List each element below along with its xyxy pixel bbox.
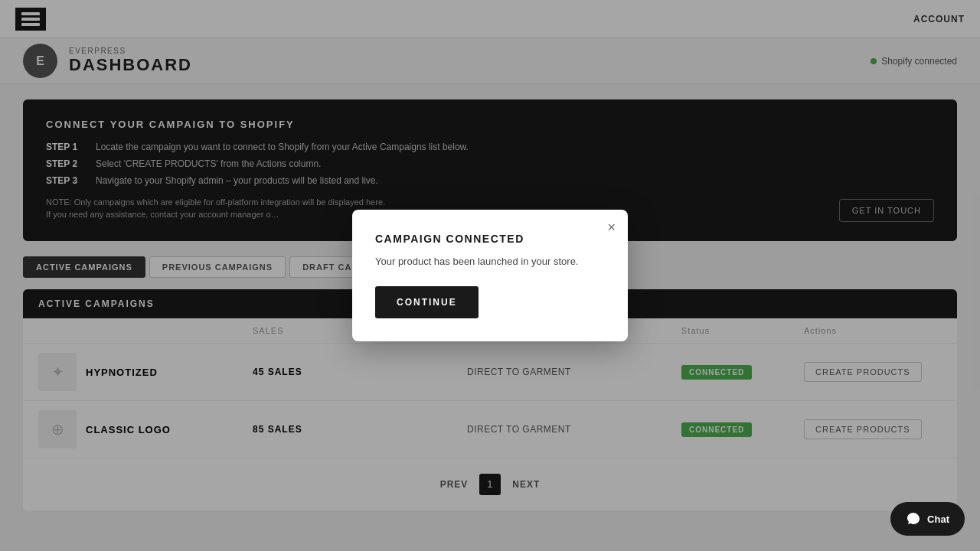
- modal-close-button[interactable]: ×: [607, 220, 616, 234]
- chat-button[interactable]: Chat: [890, 502, 965, 536]
- chat-icon: [906, 511, 921, 527]
- modal-text: Your product has been launched in your s…: [375, 256, 605, 267]
- modal-overlay: × CAMPAIGN CONNECTED Your product has be…: [0, 0, 980, 551]
- modal-continue-button[interactable]: CONTINUE: [375, 286, 479, 318]
- modal-title: CAMPAIGN CONNECTED: [375, 233, 605, 245]
- chat-label: Chat: [927, 514, 949, 525]
- campaign-connected-modal: × CAMPAIGN CONNECTED Your product has be…: [352, 210, 628, 341]
